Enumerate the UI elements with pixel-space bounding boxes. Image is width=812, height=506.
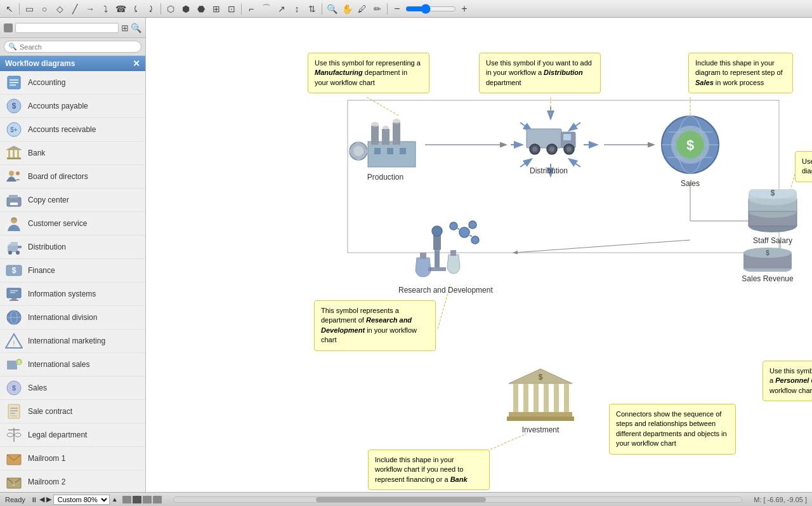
svg-rect-90 bbox=[357, 142, 360, 144]
zoom-out-btn[interactable]: − bbox=[390, 2, 404, 16]
sales-revenue-element[interactable]: $ Sales Revenue bbox=[739, 240, 796, 283]
list-item-mailroom1[interactable]: Mailroom 1 bbox=[0, 447, 145, 470]
distribution-element[interactable]: Distribution bbox=[517, 113, 580, 175]
panel-title-input[interactable] bbox=[15, 23, 119, 33]
tool-rect[interactable]: ▭ bbox=[22, 2, 36, 16]
list-item-sales[interactable]: $ Sales bbox=[0, 376, 145, 400]
svg-point-131 bbox=[432, 226, 442, 236]
production-element[interactable]: Production bbox=[349, 110, 422, 182]
tool-6[interactable]: ⬢ bbox=[179, 2, 193, 16]
canvas-area[interactable]: Use this symbol for representing a Manuf… bbox=[146, 18, 812, 492]
tool-ellipse[interactable]: ○ bbox=[37, 2, 51, 16]
list-item-intl-sales[interactable]: $ International sales bbox=[0, 353, 145, 376]
accounting-icon bbox=[5, 74, 23, 91]
tool-b[interactable]: ⌒ bbox=[259, 2, 273, 16]
select-tool[interactable]: ↖ bbox=[3, 2, 16, 16]
list-item-bank[interactable]: Bank bbox=[0, 142, 145, 165]
sep4 bbox=[322, 3, 322, 15]
tool-3[interactable]: ⤹ bbox=[129, 2, 143, 16]
svg-rect-36 bbox=[7, 361, 17, 370]
svg-rect-148 bbox=[544, 383, 549, 412]
zoom-in-btn[interactable]: + bbox=[457, 2, 471, 16]
page-btn-1[interactable] bbox=[122, 496, 131, 503]
list-item-intl-marketing[interactable]: ! International marketing bbox=[0, 330, 145, 353]
tool-phone[interactable]: ☎ bbox=[114, 2, 128, 16]
production-label: Production bbox=[367, 173, 403, 182]
panel-close-btn[interactable]: ✕ bbox=[133, 58, 140, 69]
panel-search-icon[interactable]: 🔍 bbox=[131, 23, 141, 33]
svg-rect-93 bbox=[365, 149, 368, 153]
page-btn-3[interactable] bbox=[143, 496, 152, 503]
search-input[interactable] bbox=[20, 43, 137, 51]
list-item-copy-center[interactable]: Copy center bbox=[0, 189, 145, 212]
mailroom2-icon: 2 bbox=[5, 473, 23, 491]
accounts-receivable-label: Accounts receivable bbox=[28, 125, 96, 134]
investment-element[interactable]: $ Investment bbox=[506, 366, 575, 434]
svg-rect-95 bbox=[387, 148, 393, 154]
list-item-sale-contract[interactable]: Sale contract bbox=[0, 400, 145, 423]
list-item-board-directors[interactable]: Board of directors bbox=[0, 165, 145, 189]
zoom-slider[interactable] bbox=[405, 4, 456, 14]
svg-text:2: 2 bbox=[13, 482, 15, 486]
tooltip-manufacturing: Use this symbol for representing a Manuf… bbox=[308, 53, 429, 93]
tooltip-bank: Include this shape in your workflow char… bbox=[368, 449, 490, 490]
tool-zoom-out2[interactable]: ✏ bbox=[370, 2, 384, 16]
list-item-finance[interactable]: $ Finance bbox=[0, 259, 145, 283]
zoom-select[interactable]: Custom 80% 50% 75% 100% 125% 150% bbox=[53, 495, 110, 505]
panel-grid-icon[interactable]: ⊞ bbox=[121, 23, 129, 33]
svg-point-133 bbox=[450, 222, 457, 230]
list-item-customer-service[interactable]: Customer service bbox=[0, 212, 145, 236]
svg-rect-92 bbox=[349, 149, 351, 153]
main-layout: ⊞ 🔍 🔍 Workflow diagrams ✕ bbox=[0, 18, 812, 492]
distribution-label: Distribution bbox=[28, 243, 66, 251]
next-page-btn[interactable]: ▶ bbox=[46, 495, 51, 503]
svg-text:$: $ bbox=[539, 373, 543, 382]
list-item-mailroom2[interactable]: 2 Mailroom 2 bbox=[0, 470, 145, 492]
tool-c[interactable]: ↗ bbox=[275, 2, 289, 16]
page-btn-4[interactable] bbox=[153, 496, 162, 503]
list-item-accounts-payable[interactable]: $ Accounts payable bbox=[0, 95, 145, 118]
svg-rect-150 bbox=[564, 383, 569, 412]
list-item-accounting[interactable]: Accounting bbox=[0, 71, 145, 95]
tool-8[interactable]: ⊞ bbox=[209, 2, 223, 16]
list-item-distribution[interactable]: Distribution bbox=[0, 236, 145, 259]
staff-salary-element[interactable]: $ Staff Salary bbox=[744, 189, 801, 245]
research-label: Research and Development bbox=[398, 286, 493, 295]
page-btn-2[interactable] bbox=[133, 496, 141, 503]
finance-icon: $ bbox=[5, 262, 23, 279]
horizontal-scrollbar[interactable] bbox=[173, 496, 743, 503]
tool-5[interactable]: ⬡ bbox=[164, 2, 178, 16]
investment-svg: $ bbox=[506, 366, 575, 423]
list-item-accounts-receivable[interactable]: $+ Accounts receivable bbox=[0, 118, 145, 142]
ready-text: Ready bbox=[5, 496, 25, 503]
tool-curve[interactable]: ⤵ bbox=[98, 2, 112, 16]
research-svg bbox=[404, 213, 487, 283]
prev-page-btn[interactable]: ◀ bbox=[39, 495, 44, 503]
tool-diamond[interactable]: ◇ bbox=[53, 2, 67, 16]
tool-9[interactable]: ⊡ bbox=[225, 2, 239, 16]
tool-a[interactable]: ⌐ bbox=[244, 2, 258, 16]
zoom-up-arrow[interactable]: ▲ bbox=[112, 496, 118, 503]
svg-rect-146 bbox=[523, 383, 528, 412]
sales-element[interactable]: $ $ Sales bbox=[658, 113, 722, 188]
svg-rect-82 bbox=[371, 126, 379, 145]
list-item-legal[interactable]: Legal department bbox=[0, 423, 145, 447]
tool-zoom-region[interactable]: 🔍 bbox=[325, 2, 339, 16]
list-item-info-systems[interactable]: Information systems bbox=[0, 283, 145, 306]
tool-7[interactable]: ⬣ bbox=[194, 2, 208, 16]
svg-rect-10 bbox=[13, 150, 15, 157]
tooltip-connectors: Connectors show the sequence of steps an… bbox=[609, 404, 736, 455]
tool-line[interactable]: ╱ bbox=[68, 2, 82, 16]
tool-4[interactable]: ⤸ bbox=[144, 2, 158, 16]
tool-d[interactable]: ↕ bbox=[290, 2, 304, 16]
pause-btn[interactable]: ⏸ bbox=[30, 496, 37, 503]
research-element[interactable]: Research and Development bbox=[398, 213, 493, 295]
list-item-intl-division[interactable]: International division bbox=[0, 306, 145, 330]
tool-zoom-in2[interactable]: 🖊 bbox=[355, 2, 369, 16]
tool-arrow[interactable]: → bbox=[83, 2, 97, 16]
sep2 bbox=[160, 3, 161, 15]
tool-hand[interactable]: ✋ bbox=[340, 2, 354, 16]
tooltip-sales: Include this shape in your diagram to re… bbox=[688, 53, 793, 93]
legal-label: Legal department bbox=[28, 430, 87, 439]
tool-e[interactable]: ⇅ bbox=[305, 2, 319, 16]
